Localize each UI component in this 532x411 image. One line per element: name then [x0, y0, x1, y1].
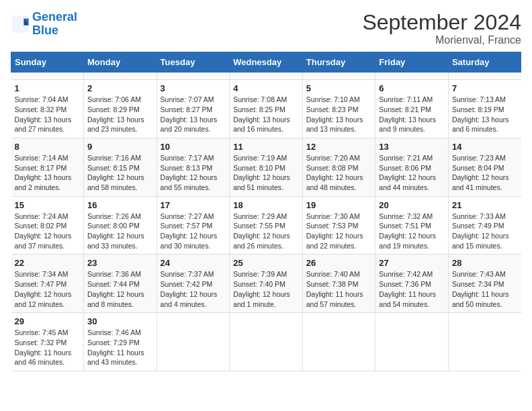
calendar-cell: 24Sunrise: 7:37 AM Sunset: 7:42 PM Dayli…	[157, 255, 230, 313]
day-detail: Sunrise: 7:30 AM Sunset: 7:53 PM Dayligh…	[306, 212, 372, 251]
day-number: 22	[15, 258, 81, 268]
calendar-cell: 10Sunrise: 7:17 AM Sunset: 8:13 PM Dayli…	[157, 138, 230, 196]
calendar-table: Sunday Monday Tuesday Wednesday Thursday…	[11, 52, 521, 371]
day-number: 30	[87, 316, 153, 326]
day-number: 28	[452, 258, 518, 268]
day-number: 19	[306, 200, 372, 210]
calendar-cell: 7Sunrise: 7:13 AM Sunset: 8:19 PM Daylig…	[448, 80, 521, 138]
calendar-cell	[230, 313, 303, 371]
day-detail: Sunrise: 7:19 AM Sunset: 8:10 PM Dayligh…	[233, 153, 299, 193]
day-detail: Sunrise: 7:34 AM Sunset: 7:47 PM Dayligh…	[15, 269, 81, 309]
day-number: 8	[15, 142, 81, 152]
calendar-cell: 30Sunrise: 7:46 AM Sunset: 7:29 PM Dayli…	[84, 313, 157, 371]
calendar-cell: 20Sunrise: 7:32 AM Sunset: 7:51 PM Dayli…	[375, 196, 449, 255]
day-number: 3	[161, 83, 226, 93]
day-detail: Sunrise: 7:29 AM Sunset: 7:55 PM Dayligh…	[233, 212, 299, 251]
calendar-week-row: 8Sunrise: 7:14 AM Sunset: 8:17 PM Daylig…	[11, 138, 521, 196]
day-detail: Sunrise: 7:08 AM Sunset: 8:25 PM Dayligh…	[233, 95, 299, 134]
calendar-cell: 13Sunrise: 7:21 AM Sunset: 8:06 PM Dayli…	[375, 138, 449, 196]
calendar-cell: 19Sunrise: 7:30 AM Sunset: 7:53 PM Dayli…	[302, 196, 375, 255]
day-number: 29	[15, 316, 81, 326]
calendar-cell: 5Sunrise: 7:10 AM Sunset: 8:23 PM Daylig…	[302, 80, 375, 138]
calendar-cell: 14Sunrise: 7:23 AM Sunset: 8:04 PM Dayli…	[448, 138, 521, 196]
calendar-header: Sunday Monday Tuesday Wednesday Thursday…	[11, 52, 521, 73]
col-saturday: Saturday	[448, 52, 521, 73]
calendar-cell: 27Sunrise: 7:42 AM Sunset: 7:36 PM Dayli…	[375, 255, 449, 313]
day-detail: Sunrise: 7:27 AM Sunset: 7:57 PM Dayligh…	[161, 212, 226, 251]
page-header: General Blue September 2024 Morienval, F…	[11, 11, 521, 46]
day-number: 12	[306, 142, 372, 152]
day-detail: Sunrise: 7:23 AM Sunset: 8:04 PM Dayligh…	[452, 153, 518, 193]
day-number: 21	[452, 200, 518, 210]
logo-text: General Blue	[32, 11, 77, 38]
day-number: 27	[379, 258, 445, 268]
calendar-cell	[230, 73, 303, 80]
calendar-cell: 18Sunrise: 7:29 AM Sunset: 7:55 PM Dayli…	[230, 196, 303, 255]
col-friday: Friday	[375, 52, 449, 73]
calendar-cell: 11Sunrise: 7:19 AM Sunset: 8:10 PM Dayli…	[230, 138, 303, 196]
calendar-week-row	[11, 73, 521, 80]
calendar-cell: 15Sunrise: 7:24 AM Sunset: 8:02 PM Dayli…	[11, 196, 84, 255]
day-detail: Sunrise: 7:04 AM Sunset: 8:32 PM Dayligh…	[15, 95, 81, 134]
logo-line2: Blue	[32, 24, 58, 37]
col-monday: Monday	[84, 52, 157, 73]
day-number: 24	[161, 258, 226, 268]
calendar-cell	[302, 73, 375, 80]
calendar-cell: 26Sunrise: 7:40 AM Sunset: 7:38 PM Dayli…	[302, 255, 375, 313]
day-detail: Sunrise: 7:37 AM Sunset: 7:42 PM Dayligh…	[161, 269, 226, 309]
day-number: 23	[87, 258, 153, 268]
day-detail: Sunrise: 7:21 AM Sunset: 8:06 PM Dayligh…	[379, 153, 445, 193]
day-detail: Sunrise: 7:14 AM Sunset: 8:17 PM Dayligh…	[15, 153, 81, 193]
calendar-cell: 8Sunrise: 7:14 AM Sunset: 8:17 PM Daylig…	[11, 138, 84, 196]
calendar-week-row: 22Sunrise: 7:34 AM Sunset: 7:47 PM Dayli…	[11, 255, 521, 313]
day-number: 4	[233, 83, 299, 93]
calendar-week-row: 15Sunrise: 7:24 AM Sunset: 8:02 PM Dayli…	[11, 196, 521, 255]
logo-icon	[11, 15, 30, 34]
calendar-cell: 22Sunrise: 7:34 AM Sunset: 7:47 PM Dayli…	[11, 255, 84, 313]
calendar-cell: 29Sunrise: 7:45 AM Sunset: 7:32 PM Dayli…	[11, 313, 84, 371]
day-number: 13	[379, 142, 445, 152]
day-number: 20	[379, 200, 445, 210]
col-sunday: Sunday	[11, 52, 84, 73]
day-number: 1	[15, 83, 81, 93]
calendar-cell: 21Sunrise: 7:33 AM Sunset: 7:49 PM Dayli…	[448, 196, 521, 255]
calendar-cell	[375, 313, 449, 371]
logo: General Blue	[11, 11, 77, 38]
calendar-title: September 2024	[362, 11, 521, 34]
day-detail: Sunrise: 7:46 AM Sunset: 7:29 PM Dayligh…	[87, 328, 153, 367]
calendar-cell: 9Sunrise: 7:16 AM Sunset: 8:15 PM Daylig…	[84, 138, 157, 196]
calendar-cell: 2Sunrise: 7:06 AM Sunset: 8:29 PM Daylig…	[84, 80, 157, 138]
day-number: 10	[161, 142, 226, 152]
calendar-week-row: 29Sunrise: 7:45 AM Sunset: 7:32 PM Dayli…	[11, 313, 521, 371]
day-number: 7	[452, 83, 518, 93]
day-number: 26	[306, 258, 372, 268]
day-detail: Sunrise: 7:33 AM Sunset: 7:49 PM Dayligh…	[452, 212, 518, 251]
day-detail: Sunrise: 7:36 AM Sunset: 7:44 PM Dayligh…	[87, 269, 153, 309]
day-number: 15	[15, 200, 81, 210]
day-detail: Sunrise: 7:24 AM Sunset: 8:02 PM Dayligh…	[15, 212, 81, 251]
day-number: 11	[233, 142, 299, 152]
calendar-cell	[157, 313, 230, 371]
col-thursday: Thursday	[302, 52, 375, 73]
day-number: 25	[233, 258, 299, 268]
day-detail: Sunrise: 7:26 AM Sunset: 8:00 PM Dayligh…	[87, 212, 153, 251]
day-detail: Sunrise: 7:10 AM Sunset: 8:23 PM Dayligh…	[306, 95, 372, 134]
day-number: 6	[379, 83, 445, 93]
calendar-cell: 3Sunrise: 7:07 AM Sunset: 8:27 PM Daylig…	[157, 80, 230, 138]
calendar-body: 1Sunrise: 7:04 AM Sunset: 8:32 PM Daylig…	[11, 73, 521, 371]
day-number: 14	[452, 142, 518, 152]
day-detail: Sunrise: 7:32 AM Sunset: 7:51 PM Dayligh…	[379, 212, 445, 251]
calendar-cell: 17Sunrise: 7:27 AM Sunset: 7:57 PM Dayli…	[157, 196, 230, 255]
calendar-cell	[448, 73, 521, 80]
calendar-cell	[448, 313, 521, 371]
calendar-cell: 4Sunrise: 7:08 AM Sunset: 8:25 PM Daylig…	[230, 80, 303, 138]
day-detail: Sunrise: 7:17 AM Sunset: 8:13 PM Dayligh…	[161, 153, 226, 193]
title-block: September 2024 Morienval, France	[362, 11, 521, 46]
day-detail: Sunrise: 7:40 AM Sunset: 7:38 PM Dayligh…	[306, 269, 372, 309]
day-number: 16	[87, 200, 153, 210]
calendar-cell	[302, 313, 375, 371]
col-tuesday: Tuesday	[157, 52, 230, 73]
calendar-week-row: 1Sunrise: 7:04 AM Sunset: 8:32 PM Daylig…	[11, 80, 521, 138]
calendar-cell: 1Sunrise: 7:04 AM Sunset: 8:32 PM Daylig…	[11, 80, 84, 138]
day-number: 2	[87, 83, 153, 93]
